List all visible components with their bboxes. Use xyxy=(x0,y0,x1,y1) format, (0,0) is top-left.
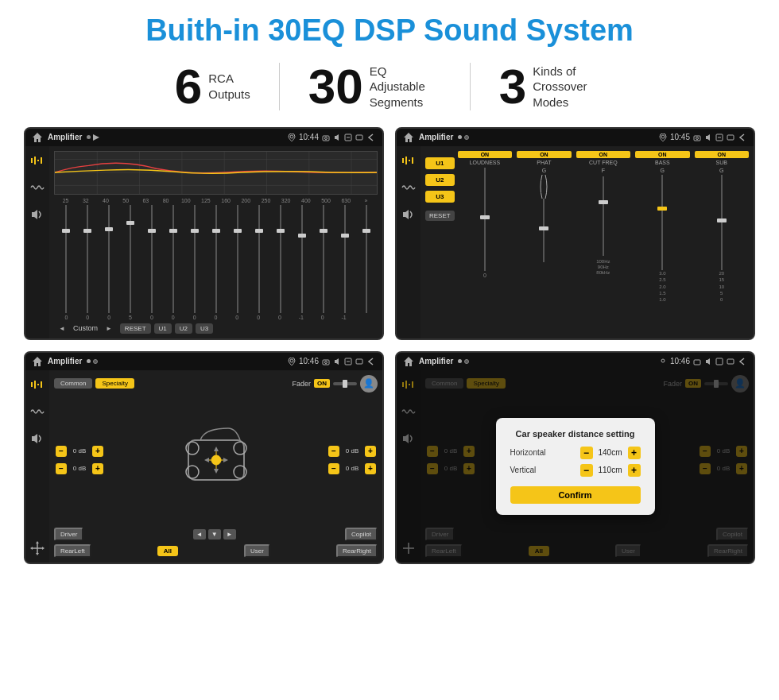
eq-status-dots xyxy=(87,134,103,141)
mixer-sidebar-wave-icon[interactable] xyxy=(401,180,417,195)
left-db-controls: − 0 dB + − 0 dB + xyxy=(56,446,103,474)
fader-back-icon[interactable] xyxy=(366,358,376,365)
loudness-on-btn[interactable]: ON xyxy=(458,151,512,158)
eq-slider-1[interactable] xyxy=(77,205,97,313)
cutfreq-track[interactable] xyxy=(603,176,604,256)
specialty-tab[interactable]: Specialty xyxy=(95,378,134,389)
mixer-sidebar-speaker-icon[interactable] xyxy=(401,207,417,222)
fader-sidebar-wave-icon[interactable] xyxy=(29,404,45,420)
vertical-minus-btn[interactable]: − xyxy=(580,464,593,477)
mixer-reset-btn[interactable]: RESET xyxy=(425,211,455,221)
left-arrow-btn[interactable]: ◄ xyxy=(193,529,206,540)
eq-slider-9[interactable] xyxy=(249,205,269,313)
right-top-minus[interactable]: − xyxy=(328,446,339,457)
fader-slider-icon[interactable] xyxy=(333,378,357,389)
fader-label: Fader xyxy=(292,380,311,388)
fader-sidebar-arrows-icon[interactable] xyxy=(29,540,45,556)
fader-settings-icon xyxy=(344,358,352,365)
dot1 xyxy=(87,135,91,139)
phat-on-btn[interactable]: ON xyxy=(517,151,571,158)
horizontal-plus-btn[interactable]: + xyxy=(628,447,641,459)
eq-next-btn[interactable]: ► xyxy=(101,323,117,334)
right-bot-minus[interactable]: − xyxy=(328,463,339,474)
phat-track[interactable] xyxy=(543,199,545,262)
mixer-preset-u1[interactable]: U1 xyxy=(425,157,455,169)
loudness-track[interactable] xyxy=(484,168,486,271)
fader-sidebar-speaker-icon[interactable] xyxy=(29,431,45,447)
mixer-status-right: 10:45 xyxy=(659,133,747,141)
mixer-presets-col: U1 U2 U3 RESET xyxy=(425,151,455,334)
right-arrow-btn[interactable]: ► xyxy=(223,529,236,540)
eq-slider-3[interactable] xyxy=(120,205,140,313)
svg-marker-58 xyxy=(223,458,228,462)
mixer-time: 10:45 xyxy=(670,133,690,141)
eq-u1-btn[interactable]: U1 xyxy=(154,323,172,334)
eq-slider-13[interactable] xyxy=(335,205,355,313)
horizontal-minus-btn[interactable]: − xyxy=(580,447,593,459)
eq-sidebar-wave-icon[interactable] xyxy=(29,180,45,195)
user-btn[interactable]: User xyxy=(244,544,270,558)
right-top-plus[interactable]: + xyxy=(365,446,376,457)
page-wrapper: Buith-in 30EQ DSP Sound System 6 RCAOutp… xyxy=(0,0,779,578)
eq-u3-btn[interactable]: U3 xyxy=(196,323,213,334)
eq-slider-7[interactable] xyxy=(206,205,226,313)
eq-slider-8[interactable] xyxy=(227,205,247,313)
phat-curve xyxy=(536,175,552,199)
fader-screen-content: Common Specialty Fader ON 👤 xyxy=(25,370,382,563)
eq-slider-2[interactable] xyxy=(99,205,118,313)
mixer-preset-u3[interactable]: U3 xyxy=(425,191,455,203)
mixer-screen-content: U1 U2 U3 RESET ON LOUDNESS xyxy=(397,146,754,338)
confirm-button[interactable]: Confirm xyxy=(510,486,641,504)
vertical-plus-btn[interactable]: + xyxy=(628,464,641,477)
fader-sidebar xyxy=(25,370,49,563)
phat-g-label: G xyxy=(542,168,546,173)
mixer-sidebar-eq-icon[interactable] xyxy=(401,153,417,168)
eq-slider-10[interactable] xyxy=(270,205,290,313)
right-bot-plus[interactable]: + xyxy=(365,463,376,474)
eq-slider-12[interactable] xyxy=(313,205,333,313)
eq-prev-btn[interactable]: ◄ xyxy=(54,323,70,334)
eq-slider-11[interactable] xyxy=(292,205,312,313)
eq-slider-5[interactable] xyxy=(163,205,183,313)
left-top-plus[interactable]: + xyxy=(92,446,103,457)
svg-point-33 xyxy=(325,361,327,363)
mixer-status-bar: Amplifier 10:45 xyxy=(397,129,754,146)
eq-sidebar-eq-icon[interactable] xyxy=(29,153,45,168)
rearleft-btn[interactable]: RearLeft xyxy=(54,544,91,558)
eq-slider-0[interactable] xyxy=(56,205,76,313)
eq-reset-btn[interactable]: RESET xyxy=(120,323,151,334)
mixer-dot1 xyxy=(458,135,462,139)
mixer-back-icon[interactable] xyxy=(738,133,747,141)
eq-status-bar: Amplifier 10:44 xyxy=(25,129,382,146)
eq-slider-6[interactable] xyxy=(184,205,204,313)
cutfreq-on-btn[interactable]: ON xyxy=(576,151,630,158)
eq-u2-btn[interactable]: U2 xyxy=(175,323,192,334)
copilot-btn[interactable]: Copilot xyxy=(345,528,378,541)
eq-slider-14[interactable] xyxy=(356,205,376,313)
sub-track[interactable] xyxy=(721,175,723,270)
fader-location-icon xyxy=(288,358,296,365)
common-tab[interactable]: Common xyxy=(54,378,92,389)
eq-slider-4[interactable] xyxy=(141,205,161,313)
sub-on-btn[interactable]: ON xyxy=(695,151,749,158)
mixer-preset-u2[interactable]: U2 xyxy=(425,174,455,186)
svg-marker-43 xyxy=(30,547,33,550)
fader-bottom-row2: RearLeft All User RearRight xyxy=(54,544,378,558)
svg-point-21 xyxy=(661,135,665,138)
dialog-back-icon[interactable] xyxy=(738,358,747,365)
all-btn[interactable]: All xyxy=(157,546,178,556)
bass-track[interactable] xyxy=(661,175,663,270)
down-arrow-btn[interactable]: ▼ xyxy=(208,529,221,540)
back-icon[interactable] xyxy=(366,133,376,141)
eq-sidebar-speaker-icon[interactable] xyxy=(29,207,45,222)
bass-on-btn[interactable]: ON xyxy=(635,151,689,158)
left-top-minus[interactable]: − xyxy=(56,446,67,457)
rearright-btn[interactable]: RearRight xyxy=(336,544,378,558)
left-bot-plus[interactable]: + xyxy=(92,463,103,474)
left-bot-minus[interactable]: − xyxy=(56,463,67,474)
driver-btn[interactable]: Driver xyxy=(54,528,83,541)
fader-sidebar-eq-icon[interactable] xyxy=(29,377,45,393)
svg-point-59 xyxy=(661,359,665,362)
left-top-value: 0 dB xyxy=(69,447,90,454)
eq-sidebar xyxy=(25,146,49,338)
